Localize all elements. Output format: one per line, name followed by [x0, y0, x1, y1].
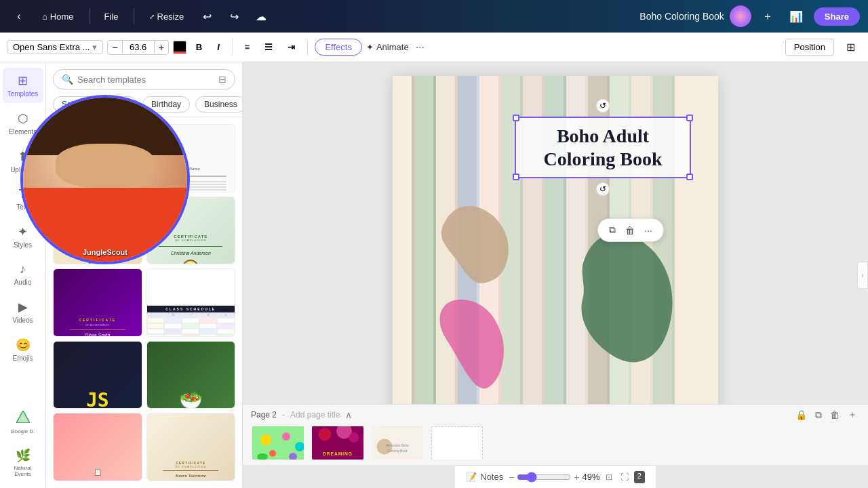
thumb-img-blank: [431, 426, 483, 461]
add-page-icon[interactable]: ＋: [845, 407, 860, 422]
share-label: Share: [825, 12, 849, 22]
sidebar-item-label: Videos: [12, 317, 33, 324]
more-options-button[interactable]: ···: [413, 39, 427, 56]
animate-icon: ✦: [366, 42, 374, 52]
svg-point-11: [319, 428, 332, 441]
zoom-in-button[interactable]: +: [574, 472, 579, 483]
page-thumb-3[interactable]: Minimalist Boho Coloring Book: [370, 425, 425, 461]
dash-separator: -: [282, 410, 285, 420]
cat-business[interactable]: Business: [195, 96, 242, 113]
template-card-schedule[interactable]: CLASS SCHEDULE M T W Th: [146, 268, 236, 337]
page-title-placeholder[interactable]: Add page title: [290, 410, 340, 420]
zoom-control: − + 49% ⊡ ⛶ 2: [509, 471, 645, 483]
notes-label: Notes: [480, 472, 503, 482]
template-card-cert-purple[interactable]: CERTIFICATE OF ACHIEVEMENT Olivia Smith: [53, 268, 142, 337]
title-line2: Coloring Book: [543, 148, 662, 169]
collapse-button[interactable]: ∧: [345, 409, 352, 420]
redo-button[interactable]: ↪: [223, 5, 245, 27]
page-thumb-2[interactable]: DREAMING: [311, 425, 365, 461]
align-left-button[interactable]: ≡: [239, 39, 256, 55]
canvas-area: ↺ Boho Adult Coloring Book ↺ ⧉ 🗑 ···: [243, 62, 868, 488]
duplicate-icon[interactable]: ⧉: [605, 222, 620, 239]
resize-handle-br[interactable]: [686, 174, 693, 180]
font-size-input[interactable]: [122, 41, 155, 54]
list-button[interactable]: ☰: [259, 39, 278, 55]
sidebar-item-natural-events[interactable]: 🌿 Natural Events: [3, 443, 43, 483]
text-color-swatch[interactable]: [173, 41, 186, 54]
page-strip-icons: 🔒 ⧉ 🗑 ＋: [793, 407, 860, 422]
zoom-out-button[interactable]: −: [509, 472, 514, 483]
collapse-handle[interactable]: ‹: [857, 262, 868, 289]
home-button[interactable]: ⌂ Home: [35, 9, 81, 24]
svg-marker-1: [16, 411, 30, 423]
templates-icon: ⊞: [18, 73, 28, 88]
more-icon[interactable]: ···: [640, 222, 656, 239]
sidebar-item-label: Audio: [14, 279, 32, 286]
project-title: Boho Coloring Book: [639, 11, 724, 22]
template-card-pink[interactable]: 📋: [53, 413, 142, 481]
avatar[interactable]: [730, 5, 751, 27]
template-card-cert-scroll[interactable]: CERTIFICATE OF COMPLETION Karen Valentin…: [146, 413, 236, 481]
template-card-food[interactable]: 🥗 ▶: [146, 341, 236, 409]
canvas-page: ↺ Boho Adult Coloring Book ↺ ⧉ 🗑 ···: [393, 76, 718, 404]
copy-page-icon[interactable]: ⧉: [812, 407, 825, 422]
video-face: JungleScout: [23, 98, 187, 262]
page-number-badge: 2: [634, 471, 645, 483]
canvas-title: Boho Adult Coloring Book: [527, 125, 679, 170]
sidebar-item-audio[interactable]: ♪ Audio: [3, 257, 43, 291]
lock-icon[interactable]: 🔒: [793, 407, 810, 422]
natural-events-icon: 🌿: [16, 448, 31, 463]
search-input[interactable]: [77, 75, 214, 85]
page-thumb-1[interactable]: [251, 425, 305, 461]
file-button[interactable]: File: [98, 9, 125, 24]
sidebar-item-google-drive[interactable]: Google D.: [3, 405, 43, 440]
position-button[interactable]: Position: [785, 39, 834, 56]
divider: [89, 8, 90, 24]
resize-handle-tr[interactable]: [686, 115, 693, 121]
notes-button[interactable]: 📝 Notes: [466, 472, 503, 482]
font-selector[interactable]: Open Sans Extra ... ▾: [7, 40, 103, 54]
resize-label: Resize: [157, 12, 184, 22]
delete-icon[interactable]: 🗑: [621, 222, 639, 239]
svg-point-4: [260, 434, 271, 445]
animate-button[interactable]: ✦ Animate: [366, 42, 409, 52]
effects-button[interactable]: Effects: [315, 39, 362, 56]
search-bar: 🔍 ⊟: [53, 69, 235, 89]
resize-handle-bl[interactable]: [513, 174, 519, 180]
canvas-textbox[interactable]: ↺ Boho Adult Coloring Book ↺: [515, 117, 691, 178]
sidebar-item-videos[interactable]: ▶ Videos: [3, 294, 43, 329]
save-button[interactable]: ☁: [250, 5, 272, 27]
bold-button[interactable]: B: [191, 39, 208, 55]
page-size-toggle[interactable]: ⊡: [603, 471, 615, 483]
topbar: ‹ ⌂ Home File ⤢ Resize ↩ ↪ ☁ Boho Colori…: [0, 0, 868, 33]
rotate-handle-top[interactable]: ↺: [596, 99, 610, 113]
undo-button[interactable]: ↩: [196, 5, 218, 27]
sidebar-item-emojis[interactable]: 😊 Emojis: [3, 332, 43, 367]
grid-layout-button[interactable]: ⊞: [840, 37, 861, 58]
svg-point-8: [289, 453, 297, 461]
decrease-font-button[interactable]: −: [108, 41, 121, 54]
resize-handle-tl[interactable]: [513, 115, 519, 121]
google-drive-icon: [16, 411, 30, 426]
canvas-scroll[interactable]: ↺ Boho Adult Coloring Book ↺ ⧉ 🗑 ···: [243, 62, 868, 404]
svg-text:Coloring Book: Coloring Book: [387, 449, 408, 453]
fullscreen-button[interactable]: ⛶: [618, 471, 631, 483]
template-card-js[interactable]: JS ▶: [53, 341, 142, 409]
analytics-button[interactable]: 📊: [784, 7, 808, 26]
zoom-slider[interactable]: [517, 472, 571, 483]
italic-button[interactable]: I: [212, 39, 225, 55]
add-person-button[interactable]: ＋: [757, 7, 778, 26]
delete-page-icon[interactable]: 🗑: [827, 407, 842, 422]
resize-button[interactable]: ⤢ Resize: [142, 9, 191, 24]
page-strip-header: Page 2 - Add page title ∧ 🔒 ⧉ 🗑 ＋: [243, 405, 868, 425]
share-button[interactable]: Share: [814, 7, 860, 26]
bottom-strip: Page 2 - Add page title ∧ 🔒 ⧉ 🗑 ＋: [243, 404, 868, 465]
rotate-handle-bottom[interactable]: ↺: [596, 182, 610, 196]
indent-button[interactable]: ⇥: [282, 39, 300, 55]
title-line1: Boho Adult: [557, 125, 649, 146]
page-thumb-4[interactable]: [430, 425, 484, 461]
filter-button[interactable]: ⊟: [218, 74, 226, 85]
page-indicators: ⊡ ⛶ 2: [603, 471, 645, 483]
back-button[interactable]: ‹: [8, 5, 30, 27]
increase-font-button[interactable]: +: [155, 41, 168, 54]
